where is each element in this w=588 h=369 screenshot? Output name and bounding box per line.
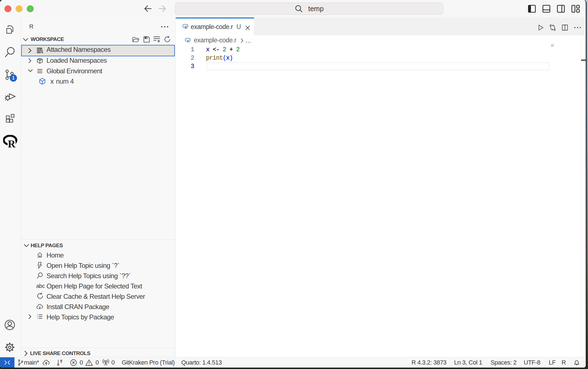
- svg-text:R: R: [187, 39, 190, 43]
- svg-text:R: R: [184, 25, 187, 29]
- svg-text:R: R: [8, 138, 16, 149]
